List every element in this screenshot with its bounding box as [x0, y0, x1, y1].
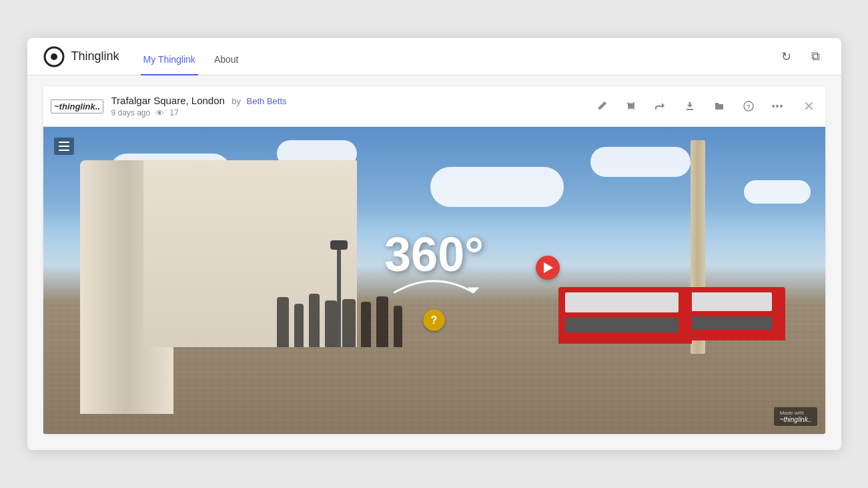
person-2: [294, 304, 304, 347]
menu-bar-2: [59, 146, 69, 147]
logo-area: Thinglink: [43, 46, 119, 67]
panorama-background: 360° ? Made with: [43, 127, 825, 434]
cloud-5: [744, 180, 811, 204]
menu-bar-3: [59, 150, 69, 151]
more-icon: •••: [772, 101, 784, 111]
share-button[interactable]: [651, 97, 670, 115]
top-nav: Thinglink My Thinglink About ↻ ⧉: [27, 38, 841, 75]
edit-button[interactable]: [592, 97, 611, 115]
pencil-icon: [596, 101, 607, 111]
view-count: 17: [169, 108, 178, 117]
thinglink-logo-icon: [43, 46, 65, 67]
question-icon: ?: [743, 101, 754, 111]
cloud-3: [430, 167, 564, 207]
card-actions: ? ••• ✕: [592, 97, 815, 115]
arrow-arc-icon: [387, 273, 480, 300]
tab-about[interactable]: About: [211, 54, 242, 75]
person-6: [361, 302, 371, 347]
card-logo-text: ~thinglink..: [51, 99, 103, 113]
close-button[interactable]: ✕: [803, 98, 815, 114]
panorama-container[interactable]: 360° ? Made with: [43, 127, 825, 434]
card-meta: 9 days ago 👁 17: [111, 108, 582, 118]
red-bus-1: [679, 287, 785, 340]
download-button[interactable]: [681, 97, 699, 115]
nav-tabs: My Thinglink About: [141, 38, 255, 75]
image-card: ~thinglink.. Trafalgar Square, London by…: [43, 86, 825, 434]
author-prefix: by: [232, 96, 241, 106]
text-360: 360°: [384, 230, 484, 278]
settings-button[interactable]: [622, 97, 640, 115]
panorama-menu-button[interactable]: [54, 138, 74, 155]
play-icon: [544, 262, 553, 273]
gear-icon: [626, 101, 636, 111]
play-button[interactable]: [536, 256, 560, 280]
watermark-line2: ~thinglink..: [779, 416, 811, 423]
watermark: Made with ~thinglink..: [774, 407, 817, 426]
browser-window: Thinglink My Thinglink About ↻ ⧉: [27, 38, 841, 450]
share-icon: [655, 101, 666, 111]
refresh-icon: ↻: [781, 49, 791, 64]
cloud-4: [590, 147, 691, 177]
external-link-button[interactable]: ⧉: [807, 47, 825, 66]
author-link[interactable]: Beth Betts: [247, 96, 287, 106]
more-button[interactable]: •••: [769, 97, 787, 115]
tab-my-thinglink[interactable]: My Thinglink: [141, 54, 198, 75]
app-name: Thinglink: [71, 49, 119, 63]
person-4: [325, 300, 337, 347]
eye-icon: 👁: [155, 108, 164, 118]
external-link-icon: ⧉: [811, 49, 820, 63]
close-icon: ✕: [803, 99, 815, 113]
refresh-button[interactable]: ↻: [777, 47, 796, 66]
folder-icon: [714, 101, 725, 111]
content-area: ~thinglink.. Trafalgar Square, London by…: [27, 75, 841, 450]
menu-bar-1: [59, 142, 69, 143]
card-info: Trafalgar Square, London by Beth Betts 9…: [111, 95, 582, 118]
top-nav-left: Thinglink My Thinglink About: [43, 38, 255, 75]
watermark-line1: Made with: [779, 410, 811, 416]
card-logo: ~thinglink..: [54, 93, 101, 119]
card-header: ~thinglink.. Trafalgar Square, London by…: [43, 86, 825, 127]
svg-point-1: [51, 53, 57, 60]
arrow-360: [387, 273, 480, 306]
question-marker[interactable]: ?: [423, 310, 444, 331]
card-title-row: Trafalgar Square, London by Beth Betts: [111, 95, 582, 107]
time-ago: 9 days ago: [111, 108, 151, 117]
top-nav-right: ↻ ⧉: [777, 47, 825, 66]
folder-button[interactable]: [710, 97, 729, 115]
overlay-360: 360° ?: [384, 230, 484, 331]
person-5: [342, 299, 356, 347]
help-button[interactable]: ?: [739, 97, 758, 115]
card-title: Trafalgar Square, London: [111, 95, 225, 106]
person-1: [277, 297, 289, 347]
red-bus-2: [558, 287, 692, 344]
download-icon: [685, 101, 695, 111]
svg-text:?: ?: [747, 103, 751, 110]
person-3: [309, 294, 320, 347]
